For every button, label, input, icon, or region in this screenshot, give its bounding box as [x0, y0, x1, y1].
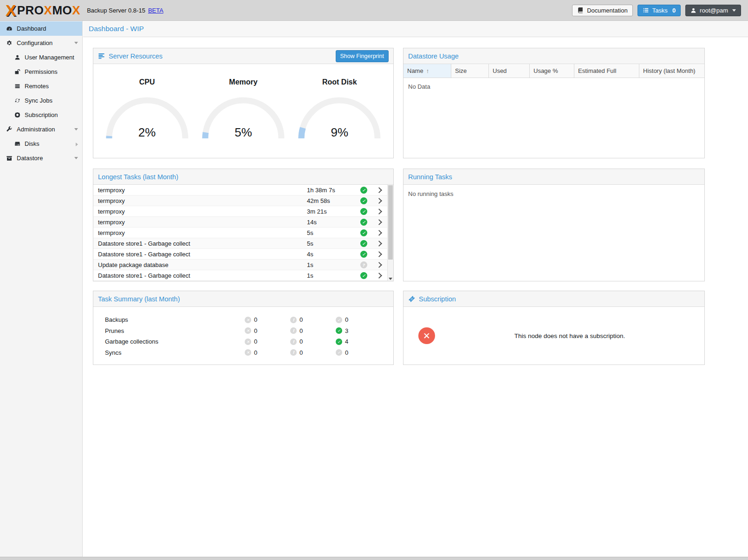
chevron-right-icon[interactable]: [372, 199, 387, 203]
chevron-down-icon[interactable]: [74, 157, 78, 159]
sidebar-item-label: Disks: [25, 140, 39, 147]
error-count: 0: [254, 338, 257, 345]
error-icon: [245, 349, 251, 356]
task-duration: 5s: [307, 229, 356, 236]
user-menu-button[interactable]: root@pam: [685, 5, 741, 16]
task-row[interactable]: termproxy 42m 58s: [93, 195, 387, 206]
ok-count: 0: [345, 349, 348, 356]
chevron-right-icon[interactable]: [76, 143, 78, 146]
column-header-estimated-full[interactable]: Estimated Full: [574, 64, 639, 78]
error-icon: [245, 327, 251, 334]
page-title: Dashboard - WIP: [83, 21, 748, 37]
error-count: 0: [254, 349, 257, 356]
chevron-right-icon[interactable]: [372, 273, 387, 278]
sidebar-item-configuration[interactable]: Configuration: [0, 36, 82, 50]
chevron-down-icon: [732, 9, 736, 12]
ticket-icon: [408, 295, 415, 302]
sidebar-item-permissions[interactable]: Permissions: [0, 65, 82, 79]
column-header-usage-pct[interactable]: Usage %: [530, 64, 574, 78]
task-status-icon: [356, 219, 372, 226]
scrollbar[interactable]: [387, 185, 393, 281]
task-duration: 42m 58s: [307, 197, 356, 204]
chevron-right-icon[interactable]: [372, 231, 387, 235]
running-tasks-panel: Running Tasks No running tasks: [403, 169, 705, 281]
task-row[interactable]: termproxy 14s: [93, 217, 387, 228]
subscription-message: This node does not have a subscription.: [435, 332, 704, 339]
sidebar-item-disks[interactable]: Disks: [0, 137, 82, 151]
documentation-button[interactable]: Documentation: [572, 5, 632, 16]
task-duration: 1h 38m 7s: [307, 187, 356, 194]
sidebar-item-label: User Management: [25, 54, 74, 61]
tasks-button[interactable]: Tasks 0: [637, 5, 681, 16]
sidebar-item-label: Configuration: [17, 39, 52, 46]
summary-label: Syncs: [93, 349, 245, 356]
gauge-label: Root Disk: [292, 78, 388, 86]
task-list-icon: [643, 7, 649, 13]
summary-label: Garbage collections: [93, 338, 245, 345]
warning-icon: [290, 349, 297, 356]
task-status-icon: [356, 187, 372, 194]
task-name: termproxy: [93, 197, 307, 204]
column-header-used[interactable]: Used: [489, 64, 530, 78]
sidebar-item-dashboard[interactable]: Dashboard: [0, 21, 82, 36]
sidebar-item-datastore[interactable]: Datastore: [0, 151, 82, 165]
sidebar-item-label: Administration: [17, 126, 55, 133]
task-status-icon: [356, 197, 372, 204]
chevron-right-icon[interactable]: [372, 241, 387, 246]
warning-count: 0: [299, 316, 303, 323]
gauge-label: Memory: [195, 78, 291, 86]
task-row[interactable]: Datastore store1 - Garbage collect 5s: [93, 238, 387, 249]
show-fingerprint-button[interactable]: Show Fingerprint: [336, 50, 389, 62]
chevron-right-icon[interactable]: [372, 220, 387, 224]
panel-title: Longest Tasks (last Month): [98, 173, 178, 181]
chevron-right-icon[interactable]: [372, 188, 387, 192]
main-content: Dashboard - WIP Server Resources Show Fi…: [83, 21, 748, 557]
task-name: termproxy: [93, 229, 307, 236]
task-row[interactable]: Update package database 1s: [93, 260, 387, 270]
chevron-down-icon[interactable]: [74, 128, 78, 130]
sidebar-item-user-management[interactable]: User Management: [0, 50, 82, 65]
chevron-down-icon[interactable]: [74, 42, 78, 44]
sidebar-item-remotes[interactable]: Remotes: [0, 79, 82, 93]
sync-icon: [13, 98, 22, 104]
panel-title: Running Tasks: [408, 173, 452, 181]
chevron-right-icon[interactable]: [372, 209, 387, 214]
sidebar-item-sync-jobs[interactable]: Sync Jobs: [0, 93, 82, 108]
bars-icon: [98, 52, 105, 59]
task-row[interactable]: Datastore store1 - Garbage collect 1s: [93, 270, 387, 281]
task-row[interactable]: termproxy 1h 38m 7s: [93, 185, 387, 195]
datastore-usage-panel: Datastore Usage Name↑ Size Used Usage % …: [403, 48, 705, 158]
task-name: Datastore store1 - Garbage collect: [93, 251, 307, 258]
task-status-icon: [356, 240, 372, 247]
task-row[interactable]: Datastore store1 - Garbage collect 4s: [93, 249, 387, 260]
sidebar-item-administration[interactable]: Administration: [0, 122, 82, 137]
empty-state-text: No Data: [403, 78, 704, 95]
ok-count: 3: [345, 327, 348, 334]
beta-link[interactable]: BETA: [148, 7, 163, 14]
ok-icon: [336, 327, 342, 334]
user-icon: [13, 54, 22, 60]
sidebar-item-subscription[interactable]: Subscription: [0, 108, 82, 122]
column-header-history[interactable]: History (last Month): [639, 64, 704, 78]
error-icon: [245, 339, 251, 345]
scrollbar-thumb[interactable]: [388, 185, 393, 260]
proxmox-logo: X PROXMOX: [6, 2, 80, 18]
panel-title: Task Summary (last Month): [98, 295, 180, 303]
task-duration: 1s: [307, 272, 356, 279]
column-header-name[interactable]: Name↑: [403, 64, 451, 78]
scrollbar-down-button[interactable]: [388, 278, 393, 280]
sidebar-item-label: Dashboard: [17, 25, 46, 32]
sidebar-item-label: Sync Jobs: [25, 97, 52, 104]
chevron-right-icon[interactable]: [372, 263, 387, 267]
chevron-right-icon[interactable]: [372, 252, 387, 256]
task-row[interactable]: termproxy 3m 21s: [93, 206, 387, 217]
unlock-icon: [13, 69, 22, 75]
ok-icon: [336, 317, 342, 323]
task-duration: 14s: [307, 219, 356, 226]
task-row[interactable]: termproxy 5s: [93, 228, 387, 238]
column-header-size[interactable]: Size: [451, 64, 489, 78]
task-name: termproxy: [93, 208, 307, 215]
documentation-label: Documentation: [587, 7, 627, 14]
sidebar-item-label: Subscription: [25, 111, 58, 118]
summary-row-garbage-collections: Garbage collections 0 0 4: [93, 336, 393, 347]
